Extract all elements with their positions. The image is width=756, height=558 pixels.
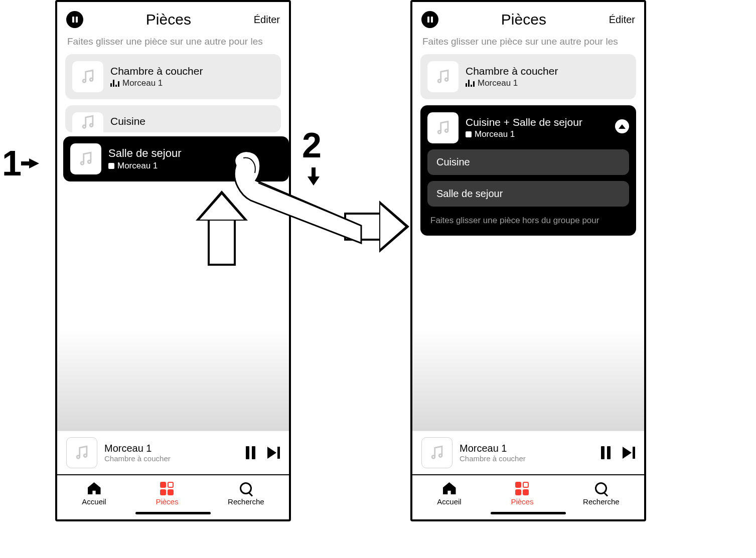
group-hint-text: Faites glisser une pièce hors du groupe … [427, 207, 629, 229]
playback-controls [246, 446, 280, 459]
next-track-button[interactable] [623, 447, 635, 459]
equalizer-icon [466, 80, 475, 87]
album-art-icon [70, 143, 101, 174]
home-indicator[interactable] [135, 512, 211, 514]
arrow-right-icon [29, 158, 39, 168]
svg-point-12 [432, 456, 435, 459]
now-playing-subtitle: Chambre à coucher [460, 454, 526, 463]
tab-bar: Accueil Pièces Recherche [57, 475, 289, 510]
search-icon [240, 482, 252, 494]
svg-point-7 [84, 454, 87, 457]
drag-hint-text: Faites glisser une pièce sur une autre p… [412, 33, 644, 54]
collapse-group-button[interactable] [615, 119, 629, 133]
tab-rooms[interactable]: Pièces [156, 481, 178, 506]
svg-point-8 [438, 80, 441, 83]
svg-point-10 [438, 131, 441, 134]
stop-icon [108, 163, 114, 169]
svg-point-11 [445, 129, 448, 132]
tab-label: Accueil [437, 497, 461, 506]
pause-button[interactable] [246, 446, 255, 459]
header: Pièces Éditer [57, 2, 289, 33]
bottom-fade [57, 330, 289, 431]
group-member-kitchen[interactable]: Cuisine [427, 149, 629, 175]
tab-label: Pièces [156, 497, 178, 506]
room-card-kitchen-partial[interactable]: Cuisine [65, 105, 281, 132]
finger-gesture-icon [216, 145, 366, 246]
now-playing-title: Morceau 1 [104, 443, 171, 454]
tab-label: Pièces [511, 497, 533, 506]
rooms-icon [160, 482, 174, 495]
now-playing-subtitle: Chambre à coucher [104, 454, 171, 463]
svg-point-1 [90, 78, 93, 81]
now-playing-title: Morceau 1 [460, 443, 526, 454]
svg-point-4 [81, 162, 84, 165]
room-name: Cuisine [110, 115, 145, 127]
tab-label: Recherche [228, 497, 264, 506]
step-1-label: 1 [2, 143, 22, 183]
bottom-fade [412, 330, 644, 431]
rooms-list[interactable]: Chambre à coucher Morceau 1 Cuisine + Sa… [412, 54, 644, 330]
tab-rooms[interactable]: Pièces [511, 481, 533, 506]
now-playing-bar[interactable]: Morceau 1 Chambre à coucher [412, 431, 644, 475]
group-name: Cuisine + Salle de sejour [466, 116, 582, 128]
svg-point-3 [90, 124, 93, 127]
stop-icon [466, 131, 472, 137]
drag-hint-text: Faites glisser une pièce sur une autre p… [57, 33, 289, 54]
now-playing-bar[interactable]: Morceau 1 Chambre à coucher [57, 431, 289, 475]
home-icon [443, 482, 456, 494]
room-info: Salle de sejour Morceau 1 [108, 147, 182, 171]
now-playing-info: Morceau 1 Chambre à coucher [104, 443, 171, 463]
album-art-icon [427, 112, 459, 143]
room-card-bedroom[interactable]: Chambre à coucher Morceau 1 [65, 54, 281, 99]
phone-screen-1: Pièces Éditer Faites glisser une pièce s… [55, 0, 291, 521]
group-header: Cuisine + Salle de sejour Morceau 1 [427, 112, 629, 143]
equalizer-icon [110, 80, 119, 87]
tab-bar: Accueil Pièces Recherche [412, 475, 644, 510]
tab-home[interactable]: Accueil [82, 481, 106, 506]
room-name: Chambre à coucher [110, 65, 203, 77]
phone-screen-2: Pièces Éditer Faites glisser une pièce s… [410, 0, 646, 521]
svg-point-6 [77, 456, 80, 459]
home-icon [88, 482, 101, 494]
room-name: Chambre à coucher [466, 65, 558, 77]
svg-point-13 [439, 454, 442, 457]
room-info: Chambre à coucher Morceau 1 [110, 65, 203, 88]
room-name: Salle de sejour [108, 147, 182, 160]
svg-point-2 [83, 125, 86, 128]
playback-controls [601, 446, 635, 459]
track-name: Morceau 1 [475, 129, 515, 139]
room-card-bedroom[interactable]: Chambre à coucher Morceau 1 [420, 54, 636, 99]
tab-search[interactable]: Recherche [583, 481, 620, 506]
edit-button[interactable]: Éditer [609, 14, 635, 26]
svg-point-5 [88, 160, 91, 163]
edit-button[interactable]: Éditer [254, 14, 280, 26]
search-icon [595, 482, 607, 494]
svg-point-9 [445, 78, 448, 81]
home-indicator[interactable] [491, 512, 566, 514]
page-title: Pièces [146, 11, 191, 28]
tab-label: Accueil [82, 497, 106, 506]
tab-search[interactable]: Recherche [228, 481, 264, 506]
album-art-icon [427, 61, 459, 92]
next-track-button[interactable] [267, 447, 280, 459]
rooms-icon [515, 482, 529, 495]
tab-home[interactable]: Accueil [437, 481, 461, 506]
track-name: Morceau 1 [117, 161, 158, 171]
track-name: Morceau 1 [478, 78, 518, 88]
album-art-icon [72, 112, 103, 132]
group-member-livingroom[interactable]: Salle de sejour [427, 181, 629, 207]
room-info: Chambre à coucher Morceau 1 [466, 65, 558, 88]
pause-icon[interactable] [66, 11, 83, 28]
track-name: Morceau 1 [122, 78, 163, 88]
album-art-icon [421, 437, 452, 468]
album-art-icon [66, 437, 97, 468]
tab-label: Recherche [583, 497, 620, 506]
now-playing-info: Morceau 1 Chambre à coucher [460, 443, 526, 463]
header: Pièces Éditer [412, 2, 644, 33]
pause-icon[interactable] [421, 11, 438, 28]
page-title: Pièces [501, 11, 546, 28]
room-group-card[interactable]: Cuisine + Salle de sejour Morceau 1 Cuis… [420, 105, 636, 236]
svg-point-0 [83, 80, 86, 83]
pause-button[interactable] [601, 446, 611, 459]
album-art-icon [72, 61, 103, 92]
